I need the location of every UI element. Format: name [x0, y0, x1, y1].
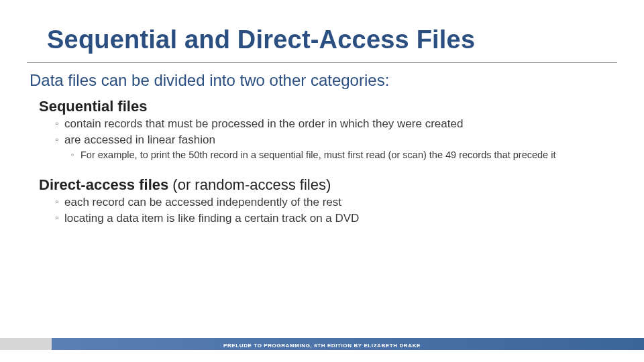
bullet-list-direct: each record can be accessed independentl…	[27, 195, 617, 227]
intro-text: Data files can be divided into two other…	[27, 71, 617, 90]
sub-bullet-list-sequential: For example, to print the 50th record in…	[27, 149, 617, 162]
sub-bullet-item: For example, to print the 50th record in…	[71, 149, 617, 162]
section-heading-sequential: Sequential files	[27, 98, 617, 115]
bullet-list-sequential: contain records that must be processed i…	[27, 117, 617, 148]
section-heading-direct: Direct-access files (or random-access fi…	[27, 176, 617, 194]
bullet-item: contain records that must be processed i…	[55, 117, 617, 132]
bullet-item: each record can be accessed independentl…	[55, 195, 617, 210]
heading-paren: (or random-access files)	[168, 176, 331, 193]
slide: Sequential and Direct-Access Files Data …	[0, 0, 644, 362]
slide-content: Data files can be divided into two other…	[0, 63, 644, 227]
heading-main: Sequential files	[39, 98, 147, 115]
heading-main: Direct-access files	[39, 176, 168, 193]
footer-text: PRELUDE TO PROGRAMMING, 6TH EDITION BY E…	[0, 343, 644, 349]
slide-title: Sequential and Direct-Access Files	[0, 0, 644, 61]
bullet-item: are accessed in linear fashion	[55, 133, 617, 148]
bullet-item: locating a data item is like finding a c…	[55, 211, 617, 227]
